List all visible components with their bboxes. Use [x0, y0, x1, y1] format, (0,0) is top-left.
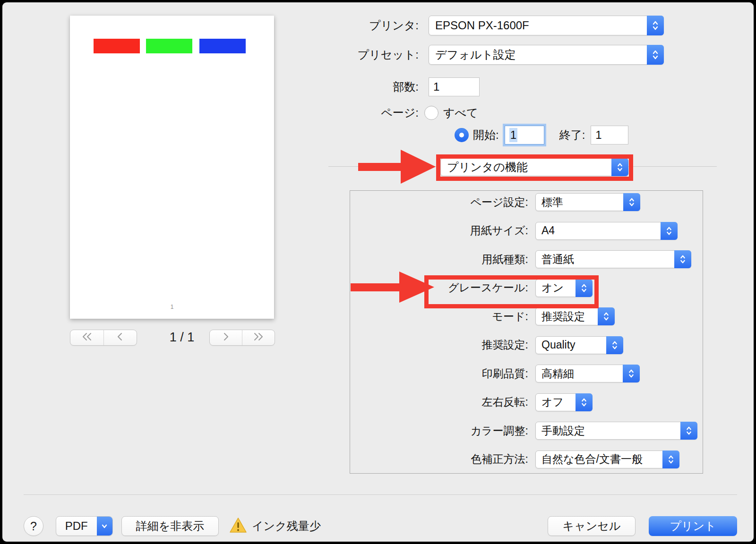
copies-input[interactable]: 1 [429, 77, 480, 96]
page-setup-value: 標準 [536, 195, 623, 210]
next-page-button[interactable] [210, 330, 242, 345]
printer-label: プリンタ: [2, 18, 419, 33]
stepper-updown-icon [661, 222, 678, 240]
print-button[interactable]: プリント [649, 516, 737, 536]
color-method-label: 色補正方法: [350, 452, 528, 467]
prev-page-button[interactable] [103, 330, 137, 345]
copies-label: 部数: [2, 79, 419, 94]
stepper-updown-icon [674, 250, 691, 268]
print-quality-label: 印刷品質: [350, 366, 528, 381]
media-type-label: 用紙種類: [350, 252, 528, 267]
first-page-button[interactable] [70, 330, 103, 345]
preview-page-number: 1 [70, 304, 274, 310]
stepper-updown-icon [606, 336, 623, 354]
print-quality-select[interactable]: 高精細 [535, 365, 640, 382]
color-method-row: 色補正方法:自然な色合/文書一般 [350, 450, 703, 468]
pages-range-radio[interactable] [455, 128, 469, 142]
annotation-arrow-1 [401, 150, 436, 184]
page-setup-select[interactable]: 標準 [535, 193, 640, 211]
printer-select[interactable]: EPSON PX-1600F [429, 16, 664, 35]
mirror-image-label: 左右反転: [350, 395, 528, 409]
pages-all-label: すべて [443, 105, 478, 120]
hide-details-button[interactable]: 詳細を非表示 [121, 516, 219, 536]
paper-size-value: A4 [536, 224, 661, 237]
footer-divider [24, 494, 737, 495]
pages-to-input[interactable]: 1 [591, 126, 628, 144]
pages-from-label: 開始: [473, 128, 499, 143]
color-adjust-value: 手動設定 [536, 424, 680, 438]
grayscale-value: オン [536, 280, 576, 295]
pager-forward-group [209, 330, 275, 346]
print-dialog: 1 1 / 1 プリンタ: EPSON PX-1600F [0, 0, 756, 544]
paper-size-select[interactable]: A4 [535, 222, 678, 240]
pages-from-input[interactable]: 1 [505, 126, 544, 144]
last-page-button[interactable] [242, 330, 275, 345]
preset-label: プリセット: [2, 47, 419, 62]
mirror-image-row: 左右反転:オフ [350, 393, 703, 411]
mode-label: モード: [350, 309, 528, 324]
mirror-image-select[interactable]: オフ [535, 393, 593, 411]
page-setup-label: ページ設定: [350, 195, 528, 210]
media-type-row: 用紙種類:普通紙 [350, 250, 703, 268]
pages-to-label: 終了: [559, 128, 585, 143]
annotation-arrow-shaft [351, 283, 400, 291]
color-method-select[interactable]: 自然な色合/文書一般 [535, 450, 679, 468]
stepper-updown-icon [662, 450, 679, 468]
paper-size-label: 用紙サイズ: [350, 223, 528, 238]
stepper-updown-icon [623, 365, 640, 382]
pages-label: ページ: [2, 105, 419, 120]
stepper-updown-icon [623, 193, 640, 211]
print-quality-row: 印刷品質:高精細 [350, 365, 703, 382]
color-method-value: 自然な色合/文書一般 [536, 452, 662, 467]
media-type-select[interactable]: 普通紙 [535, 250, 691, 268]
print-quality-value: 高精細 [536, 366, 623, 381]
ink-warning-text: インク残量少 [252, 516, 321, 536]
mode-value: 推奨設定 [536, 309, 598, 324]
pager-back-group [70, 330, 137, 346]
stepper-updown-icon [647, 45, 664, 65]
pdf-menu-button[interactable]: PDF [56, 516, 113, 536]
paper-size-row: 用紙サイズ:A4 [350, 222, 703, 240]
mode-row: モード:推奨設定 [350, 307, 703, 325]
double-chevron-right-icon [252, 332, 265, 343]
stepper-updown-icon [576, 279, 593, 297]
stepper-updown-icon [680, 422, 697, 440]
pages-all-radio[interactable] [424, 106, 438, 120]
help-button[interactable]: ? [24, 516, 43, 536]
annotation-arrow-2 [399, 272, 434, 303]
chevron-left-icon [116, 332, 124, 343]
recommended-value: Quality [536, 339, 606, 351]
stepper-updown-icon [598, 307, 615, 325]
printer-features-panel: ページ設定:標準用紙サイズ:A4用紙種類:普通紙グレースケール:オンモード:推奨… [350, 190, 703, 474]
page-setup-row: ページ設定:標準 [350, 193, 703, 211]
cancel-button[interactable]: キャンセル [548, 516, 636, 536]
recommended-select[interactable]: Quality [535, 336, 623, 354]
double-chevron-left-icon [81, 332, 93, 343]
color-adjust-label: カラー調整: [350, 424, 528, 438]
mirror-image-value: オフ [536, 395, 576, 409]
grayscale-select[interactable]: オン [535, 279, 593, 297]
recommended-row: 推奨設定:Quality [350, 336, 703, 354]
stepper-updown-icon [611, 158, 628, 176]
chevron-right-icon [222, 332, 230, 343]
mode-select[interactable]: 推奨設定 [535, 307, 615, 325]
stepper-updown-icon [576, 393, 593, 411]
warning-icon [229, 517, 247, 536]
preset-select[interactable]: デフォルト設定 [429, 45, 664, 65]
color-adjust-select[interactable]: 手動設定 [535, 422, 697, 440]
stepper-updown-icon [647, 16, 664, 35]
chevron-down-icon [97, 517, 112, 536]
annotation-arrow-shaft [358, 163, 402, 171]
color-adjust-row: カラー調整:手動設定 [350, 422, 703, 440]
pane-select[interactable]: プリンタの機能 [440, 158, 628, 176]
media-type-value: 普通紙 [536, 252, 674, 267]
recommended-label: 推奨設定: [350, 338, 528, 352]
